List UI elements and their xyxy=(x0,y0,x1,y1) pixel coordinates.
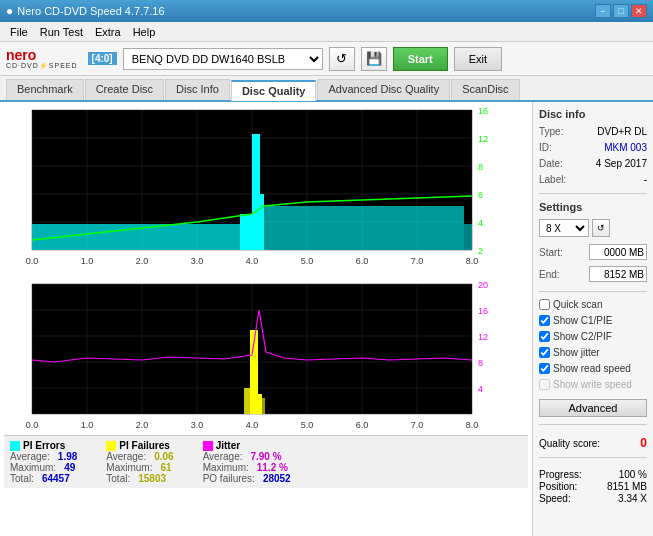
show-c1-pie-row: Show C1/PIE xyxy=(539,315,647,326)
show-write-speed-checkbox[interactable] xyxy=(539,379,550,390)
pi-errors-total-row: Total: 64457 xyxy=(10,473,77,484)
start-mb-row: Start: xyxy=(539,244,647,260)
svg-text:50: 50 xyxy=(18,106,28,116)
svg-text:40: 40 xyxy=(18,134,28,144)
svg-text:20: 20 xyxy=(18,384,28,394)
speed-dropdown[interactable]: 8 X xyxy=(539,219,589,237)
start-mb-input[interactable] xyxy=(589,244,647,260)
pi-errors-max-row: Maximum: 49 xyxy=(10,462,77,473)
save-icon-button[interactable]: 💾 xyxy=(361,47,387,71)
menu-bar: File Run Test Extra Help xyxy=(0,22,653,42)
svg-text:10: 10 xyxy=(18,218,28,228)
show-c1-pie-checkbox[interactable] xyxy=(539,315,550,326)
close-button[interactable]: ✕ xyxy=(631,4,647,18)
nero-logo: nero CD·DVD⚡SPEED xyxy=(6,48,78,69)
chart-top: 50 40 30 20 10 16 12 8 6 4 2 0.0 1.0 2.0… xyxy=(4,106,528,276)
chart-bottom: 100 80 60 40 20 20 16 12 8 4 0.0 1.0 2.0… xyxy=(4,280,528,435)
svg-text:0.0: 0.0 xyxy=(26,420,39,430)
title-bar: ● Nero CD-DVD Speed 4.7.7.16 − □ ✕ xyxy=(0,0,653,22)
speed-row-prog: Speed: 3.34 X xyxy=(539,493,647,504)
svg-text:30: 30 xyxy=(18,162,28,172)
svg-text:4.0: 4.0 xyxy=(246,256,259,266)
svg-text:12: 12 xyxy=(478,134,488,144)
show-c2-pif-checkbox[interactable] xyxy=(539,331,550,342)
quick-scan-checkbox[interactable] xyxy=(539,299,550,310)
quality-score-row: Quality score: 0 xyxy=(539,436,647,450)
svg-text:0.0: 0.0 xyxy=(26,256,39,266)
svg-rect-61 xyxy=(262,398,265,414)
end-mb-row: End: xyxy=(539,266,647,282)
jitter-pofailures-row: PO failures: 28052 xyxy=(203,473,291,484)
pi-failures-stats: PI Failures Average: 0.06 Maximum: 61 To… xyxy=(106,440,173,484)
show-write-speed-row: Show write speed xyxy=(539,379,647,390)
show-c2-pif-row: Show C2/PIF xyxy=(539,331,647,342)
title-bar-controls: − □ ✕ xyxy=(595,4,647,18)
svg-rect-60 xyxy=(258,394,262,414)
disc-info-title: Disc info xyxy=(539,108,647,120)
show-jitter-row: Show jitter xyxy=(539,347,647,358)
title-bar-left: ● Nero CD-DVD Speed 4.7.7.16 xyxy=(6,4,165,18)
svg-text:4: 4 xyxy=(478,384,483,394)
tab-advanced-disc-quality[interactable]: Advanced Disc Quality xyxy=(317,79,450,100)
svg-text:40: 40 xyxy=(18,358,28,368)
quality-score-label: Quality score: xyxy=(539,438,600,449)
jitter-max-row: Maximum: 11.2 % xyxy=(203,462,291,473)
settings-refresh-button[interactable]: ↺ xyxy=(592,219,610,237)
menu-run-test[interactable]: Run Test xyxy=(34,24,89,40)
svg-text:7.0: 7.0 xyxy=(411,256,424,266)
svg-text:12: 12 xyxy=(478,332,488,342)
maximize-button[interactable]: □ xyxy=(613,4,629,18)
exit-button[interactable]: Exit xyxy=(454,47,502,71)
disc-id-row: ID: MKM 003 xyxy=(539,142,647,153)
svg-text:20: 20 xyxy=(478,280,488,290)
svg-text:8.0: 8.0 xyxy=(466,420,479,430)
svg-text:80: 80 xyxy=(18,306,28,316)
drive-dropdown[interactable]: BENQ DVD DD DW1640 BSLB xyxy=(123,48,323,70)
stats-bar: PI Errors Average: 1.98 Maximum: 49 Tota… xyxy=(4,435,528,488)
svg-text:16: 16 xyxy=(478,106,488,116)
menu-file[interactable]: File xyxy=(4,24,34,40)
jitter-stats: Jitter Average: 7.90 % Maximum: 11.2 % P… xyxy=(203,440,291,484)
svg-rect-19 xyxy=(260,194,264,250)
tab-benchmark[interactable]: Benchmark xyxy=(6,79,84,100)
jitter-color xyxy=(203,441,213,451)
svg-text:3.0: 3.0 xyxy=(191,256,204,266)
show-read-speed-checkbox[interactable] xyxy=(539,363,550,374)
advanced-button[interactable]: Advanced xyxy=(539,399,647,417)
app-title: Nero CD-DVD Speed 4.7.7.16 xyxy=(17,5,164,17)
tab-scan-disc[interactable]: ScanDisc xyxy=(451,79,519,100)
pi-errors-title: PI Errors xyxy=(10,440,77,451)
svg-text:7.0: 7.0 xyxy=(411,420,424,430)
disc-label-row: Label: - xyxy=(539,174,647,185)
svg-text:4: 4 xyxy=(478,218,483,228)
pi-failures-avg-row: Average: 0.06 xyxy=(106,451,173,462)
start-button[interactable]: Start xyxy=(393,47,448,71)
top-chart-svg: 50 40 30 20 10 16 12 8 6 4 2 0.0 1.0 2.0… xyxy=(4,106,494,276)
position-row: Position: 8151 MB xyxy=(539,481,647,492)
svg-rect-21 xyxy=(464,224,472,250)
settings-title: Settings xyxy=(539,201,647,213)
svg-text:8: 8 xyxy=(478,358,483,368)
bottom-chart-svg: 100 80 60 40 20 20 16 12 8 4 0.0 1.0 2.0… xyxy=(4,280,494,440)
tab-disc-quality[interactable]: Disc Quality xyxy=(231,80,317,101)
show-jitter-checkbox[interactable] xyxy=(539,347,550,358)
tab-create-disc[interactable]: Create Disc xyxy=(85,79,164,100)
minimize-button[interactable]: − xyxy=(595,4,611,18)
svg-rect-20 xyxy=(264,206,464,250)
menu-extra[interactable]: Extra xyxy=(89,24,127,40)
chart-area: 50 40 30 20 10 16 12 8 6 4 2 0.0 1.0 2.0… xyxy=(0,102,533,536)
pi-failures-total-row: Total: 15803 xyxy=(106,473,173,484)
svg-text:5.0: 5.0 xyxy=(301,420,314,430)
disc-type-row: Type: DVD+R DL xyxy=(539,126,647,137)
svg-rect-58 xyxy=(244,388,250,414)
progress-section: Progress: 100 % Position: 8151 MB Speed:… xyxy=(539,469,647,505)
menu-help[interactable]: Help xyxy=(127,24,162,40)
svg-text:4.0: 4.0 xyxy=(246,420,259,430)
speed-row: 8 X ↺ xyxy=(539,219,647,237)
svg-text:60: 60 xyxy=(18,332,28,342)
svg-rect-17 xyxy=(240,214,252,250)
end-mb-input[interactable] xyxy=(589,266,647,282)
refresh-icon-button[interactable]: ↺ xyxy=(329,47,355,71)
svg-text:100: 100 xyxy=(13,280,28,290)
tab-disc-info[interactable]: Disc Info xyxy=(165,79,230,100)
